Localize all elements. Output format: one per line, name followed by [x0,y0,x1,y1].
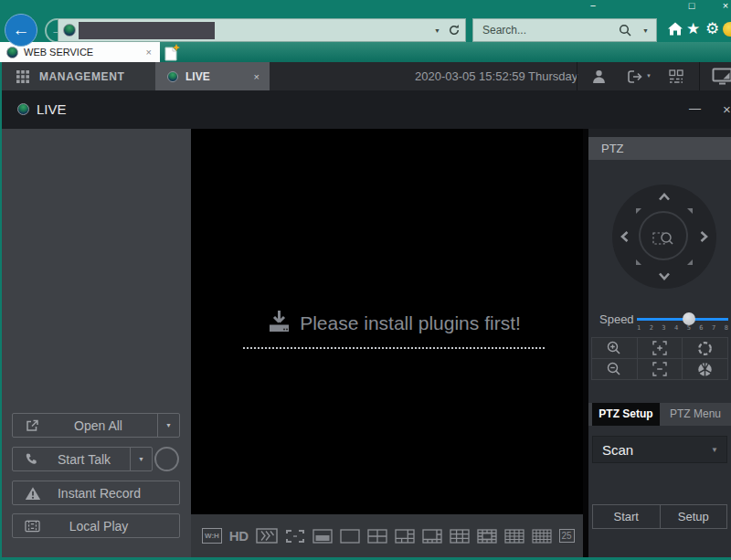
monitor-icon[interactable] [712,68,731,89]
logout-dropdown-icon[interactable]: ▼ [646,73,652,79]
ptz-function-dropdown-icon[interactable]: ▼ [711,446,718,454]
split-4-icon[interactable] [367,529,387,544]
local-play-button[interactable]: Local Play [12,513,180,538]
feedback-smiley-icon[interactable] [723,22,731,37]
live-panel-icon [17,103,29,115]
live-tab-label: LIVE [185,70,210,83]
split-20-icon[interactable] [532,529,552,544]
ptz-3d-position-icon[interactable] [652,229,675,251]
search-input[interactable]: Search... ▼ [472,18,657,42]
site-favicon [63,24,76,37]
live-page-tab[interactable]: LIVE × [155,62,270,90]
single-window-filled-icon[interactable] [313,529,333,544]
ptz-up-right-arrow[interactable] [685,208,693,216]
ptz-function-select[interactable]: Scan ▼ [592,436,727,463]
focus-near-button[interactable] [638,338,683,358]
live-tab-close-icon[interactable]: × [254,71,260,82]
ptz-down-right-arrow[interactable] [685,258,693,265]
local-play-label: Local Play [40,519,157,534]
tab-title: WEB SERVICE [24,47,93,58]
tab-close-icon[interactable]: × [146,47,152,58]
management-menu-button[interactable]: MANAGEMENT [2,62,155,90]
speed-tick-labels: 12345678 [637,324,728,332]
split-16-icon[interactable] [504,529,524,544]
fluency-icon[interactable] [256,528,278,544]
browser-tab-row: WEB SERVICE × [0,42,731,62]
iris-close-button[interactable] [683,359,727,379]
zoom-in-button[interactable] [592,338,637,358]
refresh-icon[interactable] [448,24,461,40]
ptz-up-left-arrow[interactable] [636,208,643,216]
ptz-up-arrow[interactable] [658,193,671,201]
talk-status-indicator[interactable] [154,447,179,471]
new-tab-button[interactable] [163,44,181,61]
search-placeholder: Search... [482,19,526,41]
ptz-setup-button[interactable]: Setup [660,505,727,528]
live-tab-icon [167,71,178,82]
window-minimize-button[interactable]: − [586,0,600,13]
search-icon[interactable] [619,24,631,40]
home-icon[interactable] [667,21,683,40]
download-icon [267,309,291,337]
ptz-speed-control: Speed 12345678 [599,308,726,337]
iris-open-button[interactable] [683,338,727,358]
camera-sidebar: Open All ▼ Start Talk ▼ Instant Record L… [2,129,191,557]
browser-back-button[interactable]: ← [5,14,37,47]
split-8-icon[interactable] [422,529,442,544]
menu-grid-icon [16,70,29,83]
install-plugins-link[interactable]: Please install plugins first! [243,309,545,349]
open-all-button[interactable]: Open All ▼ [12,413,180,438]
start-talk-dropdown-icon[interactable]: ▼ [130,448,152,470]
phone-icon [25,452,38,466]
address-bar[interactable]: ▼ [58,18,466,42]
live-panel-close-icon[interactable]: × [723,90,731,129]
start-talk-button[interactable]: Start Talk ▼ [12,447,153,471]
video-toolbar: W:H HD 25 [191,514,583,557]
film-icon [25,520,40,533]
window-close-button[interactable]: × [718,0,731,13]
speed-tick: 3 [662,324,665,332]
settings-gear-icon[interactable]: ⚙ [705,19,719,38]
user-icon[interactable] [591,69,607,88]
aspect-ratio-icon[interactable]: W:H [202,528,222,544]
header-datetime: 2020-03-05 15:52:59 Thursday [415,62,577,90]
address-dropdown-icon[interactable]: ▼ [434,27,440,34]
split-13-icon[interactable] [477,529,497,544]
speed-tick: 2 [650,324,653,332]
logout-icon[interactable] [627,69,643,88]
start-talk-label: Start Talk [38,452,130,467]
favorites-star-icon[interactable]: ★ [686,19,700,38]
ptz-down-left-arrow[interactable] [636,258,643,265]
speed-slider-thumb[interactable] [683,312,695,325]
ptz-right-arrow[interactable] [700,230,708,243]
open-all-dropdown-icon[interactable]: ▼ [157,414,179,437]
speed-tick: 4 [674,324,678,332]
ptz-joystick [612,185,716,289]
ptz-setup-tab[interactable]: PTZ Setup [592,403,660,426]
fullscreen-icon[interactable] [285,529,305,544]
ptz-action-buttons: Start Setup [592,504,727,529]
panel-top-strip [588,129,731,137]
header-divider [699,62,700,90]
ptz-down-arrow[interactable] [658,272,671,280]
search-dropdown-icon[interactable]: ▼ [642,27,649,34]
split-6-icon[interactable] [395,529,415,544]
live-panel-title: LIVE [37,90,67,129]
split-1-icon[interactable] [340,529,360,544]
ptz-menu-tab[interactable]: PTZ Menu [663,403,727,426]
live-panel-titlebar: LIVE — × [2,90,731,129]
focus-far-button[interactable] [638,359,683,379]
hd-quality-icon[interactable]: HD [229,528,249,544]
split-9-icon[interactable] [450,529,470,544]
zoom-out-button[interactable] [592,359,637,379]
video-display-area: Please install plugins first! [191,129,583,514]
qr-code-icon[interactable] [669,69,683,88]
ptz-start-button[interactable]: Start [593,505,660,528]
split-25-icon[interactable]: 25 [559,529,575,543]
instant-record-button[interactable]: Instant Record [12,481,180,505]
ptz-left-arrow[interactable] [620,230,629,243]
window-maximize-button[interactable]: □ [684,0,699,13]
zoom-focus-iris-grid [591,337,728,380]
tab-favicon [6,47,18,58]
live-panel-minimize-icon[interactable]: — [689,90,701,127]
